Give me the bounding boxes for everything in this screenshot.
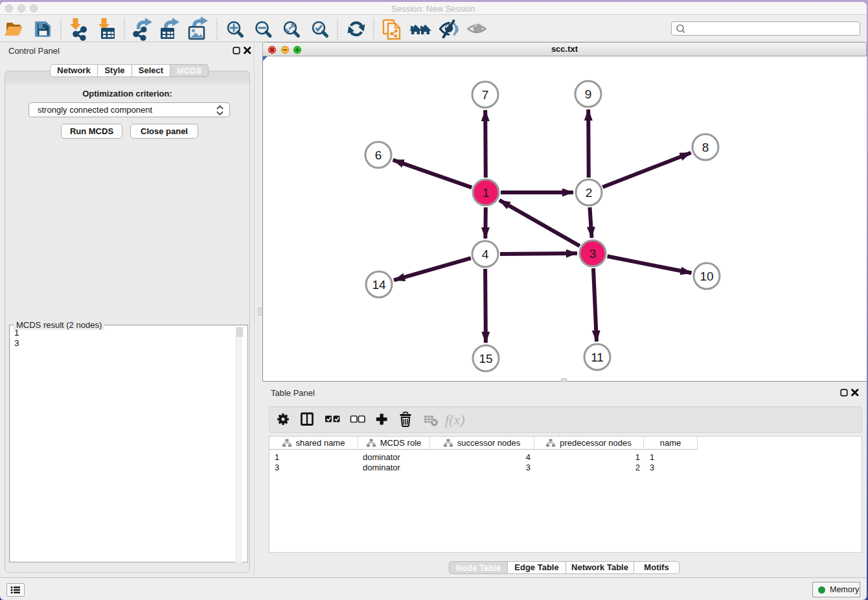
- svg-text:9: 9: [585, 87, 592, 101]
- svg-text:15: 15: [479, 352, 492, 365]
- svg-text:8: 8: [702, 141, 709, 154]
- svg-text:1: 1: [483, 186, 490, 200]
- svg-text:4: 4: [482, 248, 489, 261]
- svg-text:f(x): f(x): [445, 411, 465, 428]
- svg-text:3: 3: [589, 247, 597, 260]
- svg-text:14: 14: [372, 278, 386, 292]
- svg-text:6: 6: [375, 148, 382, 162]
- svg-text:10: 10: [700, 270, 713, 283]
- svg-text:2: 2: [586, 186, 593, 200]
- svg-text:7: 7: [482, 88, 489, 102]
- svg-text:11: 11: [591, 351, 604, 364]
